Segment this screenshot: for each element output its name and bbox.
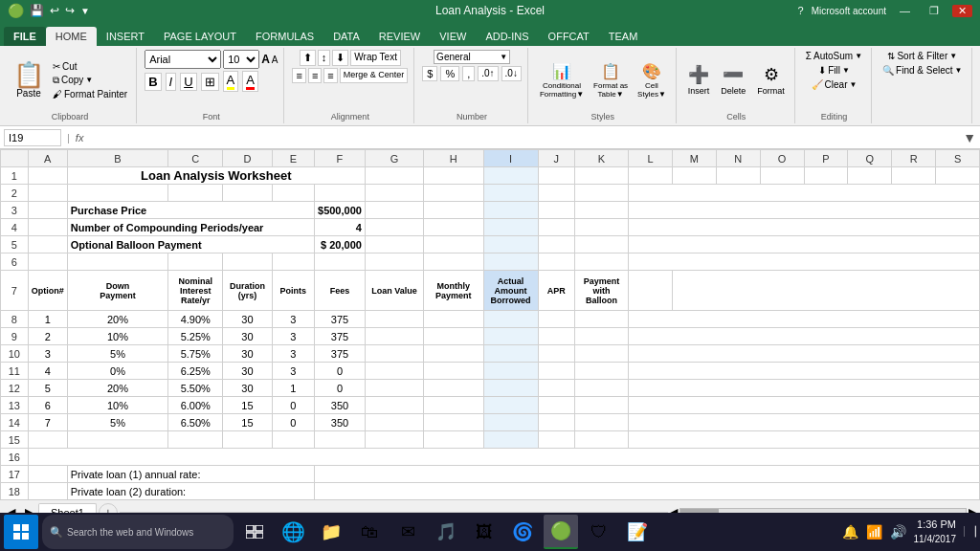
cell-F13[interactable]: 350	[315, 397, 366, 414]
merge-center-btn[interactable]: Merge & Center	[340, 68, 409, 83]
tab-page-layout[interactable]: PAGE LAYOUT	[154, 27, 246, 46]
cell-rest-11[interactable]	[629, 363, 980, 380]
row-num-4[interactable]: 4	[1, 219, 29, 236]
cell-K15[interactable]	[574, 431, 628, 449]
cell-K13[interactable]	[574, 397, 628, 414]
cell-B4[interactable]: Number of Compounding Periods/year	[67, 219, 314, 236]
copy-dropdown[interactable]: ▼	[85, 76, 93, 84]
cell-F9[interactable]: 375	[315, 328, 366, 345]
fill-dropdown[interactable]: ▼	[842, 66, 850, 75]
music-icon[interactable]: 🎵	[429, 515, 463, 549]
cell-rest-17[interactable]	[315, 466, 980, 483]
cell-K4[interactable]	[574, 219, 628, 236]
cell-B9[interactable]: 10%	[67, 328, 168, 345]
tab-offcat[interactable]: OFFCAT	[539, 27, 599, 46]
font-color-btn[interactable]: A	[242, 71, 258, 92]
cell-rest-12[interactable]	[629, 380, 980, 397]
row-num-2[interactable]: 2	[1, 185, 29, 202]
cell-G10[interactable]	[365, 345, 423, 363]
cell-B11[interactable]: 0%	[67, 363, 168, 380]
cell-title-row1[interactable]: Loan Analysis Worksheet	[67, 167, 365, 185]
col-header-S[interactable]: S	[936, 150, 980, 167]
cell-B2[interactable]	[67, 185, 168, 202]
cell-E11[interactable]: 3	[272, 363, 314, 380]
percent-btn[interactable]: %	[440, 66, 459, 81]
clear-dropdown[interactable]: ▼	[849, 80, 857, 89]
cell-G15[interactable]	[365, 431, 423, 449]
increase-font-btn[interactable]: A	[261, 53, 270, 66]
conditional-formatting-btn[interactable]: 📊 ConditionalFormatting▼	[536, 60, 588, 100]
row-num-5[interactable]: 5	[1, 236, 29, 253]
cell-rest-5[interactable]	[629, 236, 980, 253]
col-header-L[interactable]: L	[629, 150, 673, 167]
align-bottom-btn[interactable]: ⬇	[332, 50, 348, 66]
word-icon[interactable]: 📝	[620, 515, 655, 549]
cell-J11[interactable]	[538, 363, 574, 380]
cell-I8[interactable]	[483, 311, 538, 328]
cell-H15[interactable]	[424, 431, 484, 449]
cell-K12[interactable]	[574, 380, 628, 397]
cell-N1[interactable]	[716, 167, 760, 185]
cell-K9[interactable]	[574, 328, 628, 345]
cell-J12[interactable]	[538, 380, 574, 397]
edge-icon[interactable]: 🌐	[276, 515, 310, 549]
cell-J5[interactable]	[538, 236, 574, 253]
col-header-F[interactable]: F	[315, 150, 366, 167]
cell-rest-18[interactable]	[315, 483, 980, 500]
cell-rest-8[interactable]	[629, 311, 980, 328]
cell-B7[interactable]: DownPayment	[67, 271, 168, 311]
cell-S1[interactable]	[936, 167, 980, 185]
cell-B18[interactable]: Private loan (2) duration:	[67, 483, 314, 500]
volume-icon[interactable]: 🔊	[890, 524, 906, 540]
row-num-16[interactable]: 16	[1, 449, 29, 466]
col-header-Q[interactable]: Q	[848, 150, 892, 167]
cell-D6[interactable]	[223, 253, 272, 271]
cell-H9[interactable]	[424, 328, 484, 345]
col-header-J[interactable]: J	[538, 150, 574, 167]
cell-F2[interactable]	[315, 185, 366, 202]
show-desktop-btn[interactable]: ▕	[964, 526, 976, 537]
cell-H4[interactable]	[424, 219, 484, 236]
cell-H7[interactable]: MonthlyPayment	[424, 271, 484, 311]
comma-btn[interactable]: ,	[462, 66, 475, 81]
notification-icon[interactable]: 🔔	[842, 524, 858, 540]
cell-J2[interactable]	[538, 185, 574, 202]
cell-reference-input[interactable]	[4, 129, 61, 146]
cell-rest-2[interactable]	[629, 185, 980, 202]
cell-A17[interactable]	[28, 466, 67, 483]
cell-C6[interactable]	[168, 253, 223, 271]
col-header-K[interactable]: K	[574, 150, 628, 167]
cell-A18[interactable]	[28, 483, 67, 500]
cell-G9[interactable]	[365, 328, 423, 345]
cell-G3[interactable]	[365, 202, 423, 219]
col-header-O[interactable]: O	[760, 150, 804, 167]
cell-G13[interactable]	[365, 397, 423, 414]
cell-K10[interactable]	[574, 345, 628, 363]
minimize-btn[interactable]: —	[894, 5, 916, 16]
delete-btn[interactable]: ➖ Delete	[717, 62, 749, 98]
cell-E6[interactable]	[272, 253, 314, 271]
sort-filter-btn[interactable]: ⇅ Sort & Filter ▼	[884, 50, 960, 62]
col-header-C[interactable]: C	[168, 150, 223, 167]
undo-btn[interactable]: ↩	[50, 4, 59, 17]
tab-view[interactable]: VIEW	[430, 27, 476, 46]
cell-C10[interactable]: 5.75%	[168, 345, 223, 363]
cell-I4[interactable]	[483, 219, 538, 236]
cell-A1[interactable]	[28, 167, 67, 185]
cell-A4[interactable]	[28, 219, 67, 236]
search-bar[interactable]: 🔍 Search the web and Windows	[42, 515, 234, 549]
cell-P1[interactable]	[804, 167, 848, 185]
row-num-17[interactable]: 17	[1, 466, 29, 483]
cell-J9[interactable]	[538, 328, 574, 345]
antivirus-icon[interactable]: 🛡	[582, 515, 616, 549]
row-num-15[interactable]: 15	[1, 431, 29, 449]
cell-I11[interactable]	[483, 363, 538, 380]
align-right-btn[interactable]: ≡	[323, 68, 337, 83]
cell-E2[interactable]	[272, 185, 314, 202]
excel-taskbar-icon[interactable]: 🟢	[544, 515, 578, 549]
close-btn[interactable]: ✕	[952, 5, 972, 17]
col-header-I[interactable]: I	[483, 150, 538, 167]
cell-B6[interactable]	[67, 253, 168, 271]
cell-C13[interactable]: 6.00%	[168, 397, 223, 414]
cell-I14[interactable]	[483, 414, 538, 431]
